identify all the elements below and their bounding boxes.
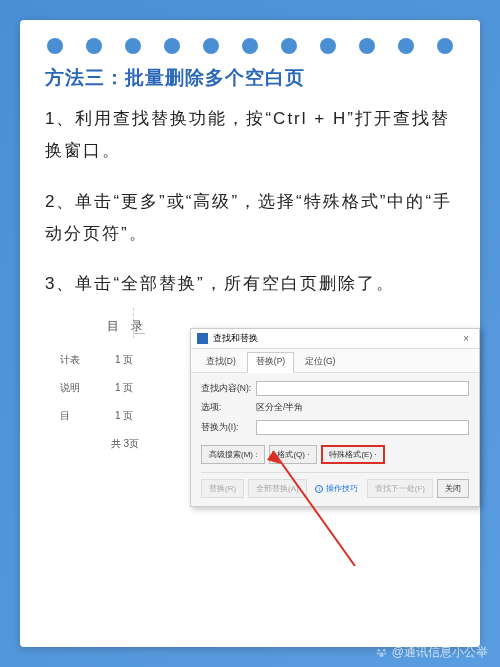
replace-input[interactable] [256, 420, 469, 435]
notepad-card: 方法三：批量删除多个空白页 1、利用查找替换功能，按“Ctrl + H”打开查找… [20, 20, 480, 647]
watermark: @通讯信息小公举 [375, 644, 488, 661]
svg-point-4 [376, 653, 378, 655]
paw-icon [375, 646, 388, 659]
replace-label: 替换为(I): [201, 422, 256, 434]
doc-total: 共 3页 [45, 437, 205, 451]
svg-point-6 [379, 652, 383, 657]
svg-point-5 [384, 653, 386, 655]
doc-row: 计表 1 页 [45, 353, 205, 367]
doc-row: 说明 1 页 [45, 381, 205, 395]
dialog-titlebar: 查找和替换 × [191, 329, 479, 349]
find-label: 查找内容(N): [201, 383, 256, 395]
tips-link[interactable]: i 操作技巧 [315, 483, 358, 494]
svg-point-3 [383, 649, 386, 652]
dialog-tabs: 查找(D) 替换(P) 定位(G) [191, 349, 479, 373]
dialog-app-icon [197, 333, 208, 344]
method-title: 方法三：批量删除多个空白页 [45, 65, 455, 91]
screenshot-area: 目录 计表 1 页 说明 1 页 目 1 页 共 3页 查找和替换 × 查找( [45, 318, 455, 563]
find-input[interactable] [256, 381, 469, 396]
step-1: 1、利用查找替换功能，按“Ctrl + H”打开查找替换窗口。 [45, 103, 455, 168]
doc-heading: 目录 [45, 318, 205, 335]
format-button[interactable]: 格式(Q) · [269, 445, 317, 464]
doc-row: 目 1 页 [45, 409, 205, 423]
close-icon[interactable]: × [459, 333, 473, 344]
find-replace-dialog: 查找和替换 × 查找(D) 替换(P) 定位(G) 查找内容(N): 选项: 区… [190, 328, 480, 507]
options-label: 选项: [201, 402, 256, 414]
tab-goto[interactable]: 定位(G) [296, 352, 344, 372]
tab-replace[interactable]: 替换(P) [247, 352, 294, 373]
close-button[interactable]: 关闭 [437, 479, 469, 498]
document-background: 目录 计表 1 页 说明 1 页 目 1 页 共 3页 [45, 318, 205, 518]
options-value: 区分全/半角 [256, 402, 303, 414]
advanced-search-button[interactable]: 高级搜索(M) : [201, 445, 265, 464]
find-next-button[interactable]: 查找下一处(F) [367, 479, 433, 498]
replace-all-button[interactable]: 全部替换(A) [248, 479, 307, 498]
svg-point-2 [377, 649, 380, 652]
special-format-button[interactable]: 特殊格式(E) · [321, 445, 384, 464]
info-icon: i [315, 485, 323, 493]
dialog-body: 查找内容(N): 选项: 区分全/半角 替换为(I): 高级搜索(M) : 格式… [191, 373, 479, 506]
watermark-text: @通讯信息小公举 [392, 644, 488, 661]
step-3: 3、单击“全部替换”，所有空白页删除了。 [45, 268, 455, 300]
step-2: 2、单击“更多”或“高级”，选择“特殊格式”中的“手动分页符”。 [45, 186, 455, 251]
dialog-title: 查找和替换 [213, 332, 459, 345]
spiral-binding [20, 38, 480, 54]
tab-find[interactable]: 查找(D) [197, 352, 245, 372]
replace-one-button[interactable]: 替换(R) [201, 479, 244, 498]
